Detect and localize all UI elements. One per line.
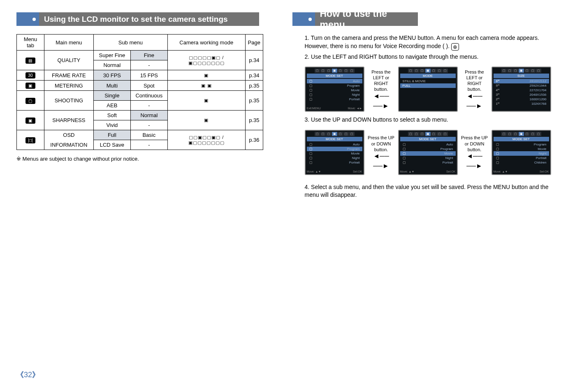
table-header-row: Menu tab Main menu Sub menu Camera worki… — [17, 35, 263, 51]
table-row: 30 FRAME RATE 30 FPS 15 FPS ▣ p.34 — [17, 70, 263, 81]
page-number-value: 32 — [24, 371, 32, 379]
cell-sub: - — [130, 120, 167, 130]
right-heading: How to use the menu — [292, 12, 552, 26]
table-row: ▢ SHOOTING Single Continuous ▣ p.35 — [17, 91, 263, 101]
cell-sub: Basic — [130, 130, 167, 140]
th-main-menu: Main menu — [44, 35, 93, 51]
page-number-suffix: 》 — [32, 371, 39, 379]
left-heading-text: Using the LCD monitor to set the camera … — [39, 12, 259, 26]
cell-sub: AEB — [93, 101, 130, 111]
cell-sub: 30 FPS — [93, 70, 130, 81]
table-row: ▤ QUALITY Super Fine Fine ▢▢▢▢▢▣▢ / ▣▢▢▢… — [17, 51, 263, 60]
cell-sub: - — [130, 101, 167, 111]
cell-sub: Normal — [93, 60, 130, 70]
menu-panel: ▢▢▢▣▢▢▢MODE SET▢Auto▢Program▢Movie▢Night… — [398, 130, 458, 175]
cell-modes: ▢▢▢▢▢▣▢ / ▣▢▢▢▢▢▢▢ — [167, 51, 245, 70]
shooting-tab-icon: ▢ — [26, 98, 35, 104]
step-2: 2. Use the LEFT and RIGHT buttons to nav… — [305, 53, 552, 61]
cell-main: SHOOTING — [44, 91, 93, 111]
th-working-mode: Camera working mode — [167, 35, 245, 51]
page-number: 《32》 — [16, 370, 39, 380]
arrow-icon: ◄────► — [367, 152, 396, 170]
left-heading: Using the LCD monitor to set the camera … — [16, 12, 276, 26]
cell-modes: ▢▢▣▢▢▣▢ / ▣▢▢▢▢▢▢▢ — [167, 130, 245, 150]
cell-main: INFORMATION — [44, 140, 93, 150]
cell-page: p.35 — [245, 91, 263, 111]
metering-tab-icon: ▣ — [26, 83, 35, 89]
heading-bullet-icon — [16, 12, 39, 26]
cell-sub: Soft — [93, 111, 130, 120]
th-page: Page — [245, 35, 263, 51]
cell-main: QUALITY — [44, 51, 93, 70]
table-row: ▣ METERING Multi Spot ▣ ▣ p.35 — [17, 81, 263, 91]
menu-panel: ▢▢▢▣▢▢▢MODE SET▢Auto▢Program▢Movie▢Night… — [305, 130, 364, 175]
cell-page: p.35 — [245, 111, 263, 130]
cell-main: SHARPNESS — [44, 111, 93, 130]
cell-sub: - — [130, 140, 167, 150]
menu-panel: ▢▢▢▣▢▢▢SIZE6ᴹ2816X21125ᴹ2592X19444ᴹ2272X… — [491, 67, 551, 112]
cell-sub: Vivid — [93, 120, 130, 130]
cell-sub: Continuous — [130, 91, 167, 101]
voice-record-icon: ◎ — [451, 43, 459, 51]
cell-sub: Single — [93, 91, 130, 101]
cell-main: OSD — [44, 130, 93, 140]
right-heading-text: How to use the menu — [315, 12, 418, 26]
flow-caption: Press the LEFT or RIGHT button. — [367, 69, 396, 92]
cell-sub: Multi — [93, 81, 130, 91]
cell-sub: Spot — [130, 81, 167, 91]
menu-panel: ▢▢▢▣▢▢▢MODESTILL & MOVIEFULL — [398, 67, 458, 112]
table-row: |□| OSD Full Basic ▢▢▣▢▢▣▢ / ▣▢▢▢▢▢▢▢ p.… — [17, 130, 263, 140]
flow-caption: Press the UP or DOWN button. — [460, 135, 489, 152]
cell-modes: ▣ — [167, 111, 245, 130]
cell-modes: ▣ — [167, 70, 245, 81]
cell-modes: ▣ ▣ — [167, 81, 245, 91]
framerate-tab-icon: 30 — [26, 72, 35, 78]
heading-bullet-icon — [292, 12, 315, 26]
cell-page: p.34 — [245, 51, 263, 70]
arrow-icon: ◄────► — [460, 92, 489, 110]
table-row: ▣ SHARPNESS Soft Normal ▣ p.35 — [17, 111, 263, 120]
cell-sub: - — [130, 60, 167, 70]
th-sub-menu: Sub menu — [93, 35, 167, 51]
cell-sub: Super Fine — [93, 51, 130, 60]
cell-page: p.36 — [245, 130, 263, 150]
cell-sub: Fine — [130, 51, 167, 60]
cell-page: p.34 — [245, 70, 263, 81]
cell-page: p.35 — [245, 81, 263, 91]
page-number-prefix: 《 — [16, 371, 24, 379]
step-3: 3. Use the UP and DOWN buttons to select… — [305, 116, 552, 124]
cell-sub: Normal — [130, 111, 167, 120]
menu-flow-2: ▢▢▢▣▢▢▢MODE SET▢Auto▢Program▢Movie▢Night… — [305, 130, 552, 175]
flow-caption: Press the UP or DOWN button. — [367, 135, 396, 152]
menu-flow-1: ▢▢▢▣▢▢▢MODE SET▢Auto▢Program▢Movie▢Night… — [305, 67, 552, 112]
step-1-text: 1. Turn on the camera and press the MENU… — [305, 35, 539, 49]
cell-sub: 15 FPS — [130, 70, 167, 81]
cell-modes: ▣ — [167, 91, 245, 111]
arrow-icon: ◄────► — [460, 152, 489, 170]
sharpness-tab-icon: ▣ — [26, 118, 35, 124]
flow-caption: Press the LEFT or RIGHT button. — [460, 69, 489, 92]
th-menu-tab: Menu tab — [17, 35, 44, 51]
cell-sub: Full — [93, 130, 130, 140]
arrow-icon: ◄────► — [367, 92, 396, 110]
quality-tab-icon: ▤ — [26, 58, 35, 64]
footnote: ※ Menus are subject to change without pr… — [16, 156, 276, 162]
step-4: 4. Select a sub menu, and then the value… — [305, 183, 552, 199]
step-1: 1. Turn on the camera and press the MENU… — [305, 34, 552, 51]
menu-panel: ▢▢▢▣▢▢▢MODE SET▢Program▢Movie▢Night▢Port… — [491, 130, 551, 175]
cell-sub: LCD Save — [93, 140, 130, 150]
settings-table: Menu tab Main menu Sub menu Camera worki… — [16, 34, 263, 150]
osd-tab-icon: |□| — [26, 137, 35, 143]
menu-panel: ▢▢▢▣▢▢▢MODE SET▢Auto▢Program▢Movie▢Night… — [305, 67, 364, 112]
cell-main: METERING — [44, 81, 93, 91]
cell-main: FRAME RATE — [44, 70, 93, 81]
